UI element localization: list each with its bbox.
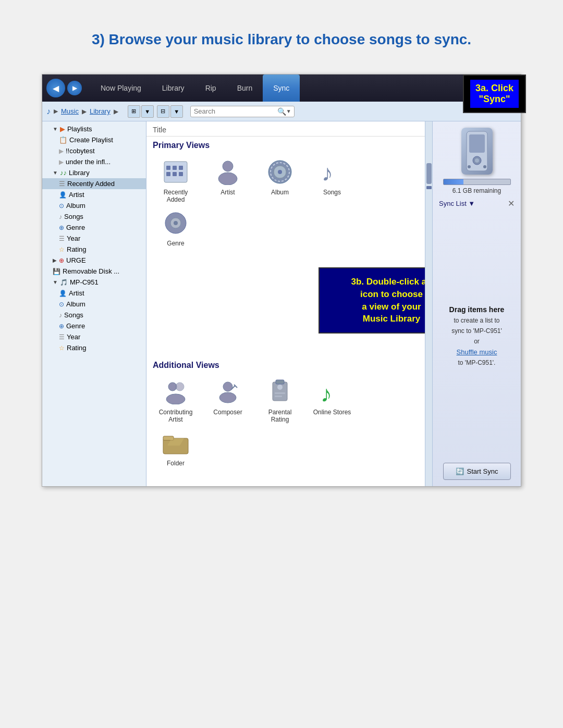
content-scrollbar[interactable] (425, 121, 432, 486)
breadcrumb-library[interactable]: Library (90, 107, 111, 115)
sidebar-item-create-playlist[interactable]: 📋 Create Playlist (42, 134, 146, 145)
composer-icon (213, 377, 242, 406)
scrollbar-grip (426, 186, 432, 189)
svg-rect-2 (173, 166, 177, 170)
primary-views-label: Primary Views (146, 137, 425, 152)
search-input[interactable] (194, 107, 277, 115)
library-label: Library (69, 169, 90, 177)
sidebar-item-recently-added[interactable]: ☰ Recently Added (42, 178, 146, 189)
svg-point-21 (219, 392, 236, 403)
view-album[interactable]: Album (259, 157, 301, 203)
under-infl-icon: ▶ (59, 158, 64, 166)
sidebar-item-rating[interactable]: ☆ Rating (42, 244, 146, 255)
sidebar-item-album[interactable]: ⊙ Album (42, 200, 146, 211)
view-folder[interactable]: Folder (155, 428, 197, 467)
view-genre[interactable]: Genre (155, 208, 197, 247)
sync-list-dropdown[interactable]: Sync List ▼ (439, 200, 475, 207)
or-text: or (474, 338, 480, 345)
search-box[interactable]: 🔍 ▼ (190, 106, 295, 117)
sidebar-item-genre[interactable]: ⊕ Genre (42, 222, 146, 233)
view-composer[interactable]: Composer (207, 377, 249, 423)
svg-rect-4 (166, 172, 170, 176)
view-btn-3[interactable]: ▼ (170, 105, 183, 118)
sidebar-item-mp-album[interactable]: ⊙ Album (42, 299, 146, 310)
playlists-expand-icon: ▼ (53, 126, 58, 132)
drag-subtitle-1: to create a list to (454, 317, 499, 324)
sidebar-section-library[interactable]: ▼ ♪♪ Library (42, 167, 146, 178)
sidebar-item-mp-songs[interactable]: ♪ Songs (42, 310, 146, 320)
svg-point-37 (483, 165, 486, 168)
view-songs[interactable]: ♪ Songs (311, 157, 353, 203)
svg-rect-6 (179, 172, 183, 176)
sidebar-item-songs[interactable]: ♪ Songs (42, 211, 146, 222)
sidebar-section-urge[interactable]: ▶ ⊕ URGE (42, 255, 146, 266)
additional-views-label: Additional Views (146, 356, 425, 372)
search-dropdown-icon[interactable]: ▼ (286, 108, 291, 114)
songs-view-icon: ♪ (317, 157, 347, 187)
view-artist[interactable]: Artist (207, 157, 249, 203)
start-sync-button[interactable]: 🔄 Start Sync (443, 463, 511, 480)
library-expand-icon: ▼ (53, 170, 58, 176)
view-buttons: ⊞ ▼ ⊟ ▼ (128, 105, 183, 118)
genre-view-label: Genre (167, 240, 184, 247)
svg-rect-25 (276, 380, 284, 384)
sidebar-item-mp-artist[interactable]: 👤 Artist (42, 288, 146, 299)
tab-rip[interactable]: Rip (195, 75, 227, 102)
cobytest-icon: ▶ (59, 147, 64, 155)
sync-list-close-button[interactable]: ✕ (508, 199, 515, 208)
sidebar-item-mp-year[interactable]: ☰ Year (42, 331, 146, 342)
svg-text:♪: ♪ (322, 160, 333, 185)
content-area: Title Primary Views (146, 121, 425, 486)
tab-library[interactable]: Library (152, 75, 195, 102)
mp-album-icon: ⊙ (59, 301, 64, 308)
svg-rect-1 (166, 166, 170, 170)
mp-icon: 🎵 (60, 279, 68, 286)
sidebar-item-year[interactable]: ☰ Year (42, 233, 146, 244)
breadcrumb-music[interactable]: Music (61, 107, 79, 115)
view-parental-rating[interactable]: Parental Rating (259, 377, 301, 423)
sidebar-section-mp[interactable]: ▼ 🎵 MP-C951 (42, 277, 146, 288)
view-recently-added[interactable]: Recently Added (155, 157, 197, 203)
page-title: 3) Browse your music library to choose s… (92, 31, 471, 48)
view-btn-dropdown[interactable]: ▼ (141, 105, 154, 118)
svg-point-35 (475, 158, 479, 163)
scrollbar-thumb[interactable] (426, 163, 432, 184)
tab-burn[interactable]: Burn (227, 75, 263, 102)
tab-sync[interactable]: Sync (263, 75, 300, 102)
nav-back-button[interactable]: ◀ (46, 79, 65, 97)
sidebar-item-mp-rating[interactable]: ☆ Rating (42, 342, 146, 353)
sidebar-item-under-infl[interactable]: ▶ under the infl... (42, 156, 146, 167)
tab-now-playing[interactable]: Now Playing (90, 75, 152, 102)
navbar: ◀ ▶ Now Playing Library Rip Burn Sync » … (42, 75, 521, 102)
view-online-stores[interactable]: ♪ Online Stores (311, 377, 353, 423)
sidebar-item-artist[interactable]: 👤 Artist (42, 189, 146, 200)
playlists-label: Playlists (67, 125, 92, 133)
view-contributing-artist[interactable]: Contributing Artist (155, 377, 197, 423)
tooltip-line3: a view of your (328, 301, 425, 313)
shuffle-music-link[interactable]: Shuffle music (457, 348, 497, 356)
urge-expand-icon: ▶ (53, 257, 57, 263)
sidebar-section-playlists[interactable]: ▼ ▶ Playlists (42, 124, 146, 134)
main-area: ▼ ▶ Playlists 📋 Create Playlist ▶ !!coby… (42, 121, 521, 486)
sidebar-item-mp-genre[interactable]: ⊕ Genre (42, 320, 146, 331)
sidebar-item-cobytest[interactable]: ▶ !!cobytest (42, 145, 146, 156)
view-btn-2[interactable]: ⊟ (157, 105, 169, 118)
sidebar-item-removable-disk[interactable]: 💾 Removable Disk ... (42, 266, 146, 277)
tooltip-line2: icon to choose (328, 288, 425, 301)
mp-songs-icon: ♪ (59, 312, 62, 319)
svg-point-18 (176, 382, 184, 391)
primary-views-grid: Recently Added Artist (146, 152, 425, 208)
composer-label: Composer (213, 409, 242, 416)
tooltip-line4: Music Library (328, 313, 425, 325)
sync-list-header: Sync List ▼ ✕ (437, 199, 517, 208)
recently-added-view-label: Recently Added (155, 189, 197, 203)
svg-point-11 (278, 170, 282, 174)
title-column-header: Title (153, 126, 166, 134)
sync-callout-text: 3a. Click "Sync" (470, 80, 519, 108)
nav-fwd-button[interactable]: ▶ (67, 81, 82, 95)
view-btn-1[interactable]: ⊞ (128, 105, 140, 118)
address-bar: ♪ ▶ Music ▶ Library ▶ ⊞ ▼ ⊟ ▼ 🔍 ▼ (42, 102, 521, 121)
genre-view-icon (161, 208, 190, 238)
svg-rect-33 (469, 134, 485, 153)
artist-icon: 👤 (59, 191, 67, 199)
